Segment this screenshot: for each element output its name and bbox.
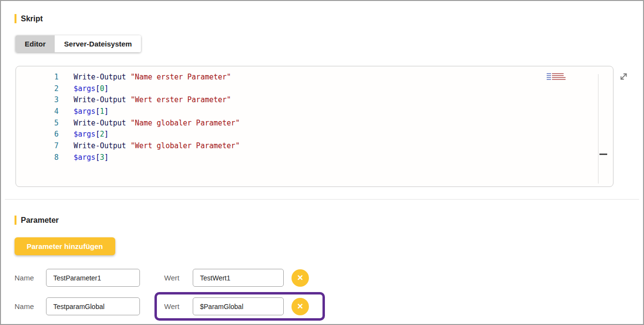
minimap-code-mark <box>547 73 551 74</box>
close-icon: ✕ <box>297 273 303 282</box>
code-line: 4$args[1] <box>16 106 613 118</box>
tab-editor[interactable]: Editor <box>15 35 55 52</box>
parameter-row: NameWert✕ <box>15 292 643 321</box>
minimap-row <box>547 77 566 78</box>
parameter-value-input[interactable] <box>193 269 284 287</box>
minimap-code-mark <box>547 77 551 78</box>
accent-bar <box>15 14 16 23</box>
line-number: 1 <box>16 72 59 83</box>
code-line: 3Write-Output "Wert erster Parameter" <box>16 94 613 106</box>
code-line: 5Write-Output "Name globaler Parameter" <box>16 118 613 129</box>
parameter-section-title: Parameter <box>21 216 59 225</box>
code-line: 1Write-Output "Name erster Parameter" <box>16 72 613 83</box>
parameter-name-input[interactable] <box>46 297 140 315</box>
code-token-number: 1 <box>100 107 104 116</box>
code-lines: 1Write-Output "Name erster Parameter"2$a… <box>16 72 613 164</box>
code-token-cmdlet: Write-Output <box>74 141 130 150</box>
line-number: 5 <box>16 118 59 129</box>
minimap-string-mark <box>552 77 566 78</box>
code-token-bracket: ] <box>104 107 108 116</box>
code-text: $args[2] <box>74 130 108 139</box>
code-token-variable: $args <box>74 84 95 93</box>
wert-label: Wert <box>164 302 184 310</box>
code-text: Write-Output "Wert globaler Parameter" <box>74 141 240 150</box>
code-token-bracket: [ <box>95 153 100 162</box>
scrollbar-handle[interactable] <box>599 154 607 155</box>
close-icon: ✕ <box>297 302 303 311</box>
remove-parameter-button[interactable]: ✕ <box>291 298 309 315</box>
code-token-variable: $args <box>74 107 95 116</box>
minimap-row <box>547 75 566 76</box>
section-divider <box>5 199 639 200</box>
code-token-bracket: ] <box>104 130 108 139</box>
code-text: $args[1] <box>74 107 108 116</box>
parameter-row: NameWert✕ <box>15 263 643 292</box>
minimap-code-mark <box>547 75 551 76</box>
code-token-variable: $args <box>74 153 95 162</box>
code-token-number: 3 <box>100 153 104 162</box>
code-line: 6$args[2] <box>16 129 613 140</box>
line-number: 7 <box>16 140 59 152</box>
remove-parameter-button[interactable]: ✕ <box>291 269 309 287</box>
code-token-number: 0 <box>100 84 104 93</box>
code-token-cmdlet: Write-Output <box>74 73 130 81</box>
code-token-bracket: [ <box>95 130 100 139</box>
parameter-value-input[interactable] <box>193 297 284 315</box>
wert-group: Wert✕ <box>154 263 325 292</box>
expand-editor-button[interactable] <box>619 72 629 83</box>
line-number: 6 <box>16 129 59 140</box>
parameter-name-input[interactable] <box>46 269 140 287</box>
add-parameter-button[interactable]: Parameter hinzufügen <box>15 237 115 255</box>
minimap-string-mark <box>552 75 564 76</box>
tab-server-dateisystem[interactable]: Server-Dateisystem <box>55 35 141 52</box>
code-token-bracket: [ <box>95 107 100 116</box>
code-token-bracket: ] <box>104 84 108 93</box>
script-section-header: Skript <box>15 14 643 23</box>
script-section-title: Skript <box>21 15 43 23</box>
code-text: Write-Output "Name erster Parameter" <box>74 73 231 81</box>
code-token-cmdlet: Write-Output <box>74 119 130 127</box>
line-number: 3 <box>16 94 59 106</box>
expand-icon <box>619 76 629 83</box>
minimap-row <box>547 73 566 74</box>
minimap-string-mark <box>552 79 566 80</box>
code-line: 8$args[3] <box>16 152 613 164</box>
code-line: 7Write-Output "Wert globaler Parameter" <box>16 140 613 152</box>
code-token-string: "Name erster Parameter" <box>130 73 231 81</box>
wert-label: Wert <box>164 274 184 282</box>
line-number: 8 <box>16 152 59 164</box>
code-token-string: "Wert erster Parameter" <box>130 95 231 104</box>
editor-row: 1Write-Output "Name erster Parameter"2$a… <box>15 66 643 187</box>
code-token-cmdlet: Write-Output <box>74 95 130 104</box>
code-text: $args[3] <box>74 153 108 162</box>
code-token-bracket: [ <box>95 84 100 93</box>
line-number: 4 <box>16 106 59 118</box>
code-token-number: 2 <box>100 130 104 139</box>
name-label: Name <box>15 302 38 310</box>
code-token-bracket: ] <box>104 153 108 162</box>
parameter-section-header: Parameter <box>15 216 643 225</box>
code-text: Write-Output "Wert erster Parameter" <box>74 95 231 104</box>
code-token-string: "Name globaler Parameter" <box>130 119 240 127</box>
overview-ruler <box>598 74 598 184</box>
accent-bar <box>15 216 16 225</box>
code-token-string: "Wert globaler Parameter" <box>130 141 240 150</box>
minimap-string-mark <box>552 73 564 74</box>
minimap-row <box>547 79 566 80</box>
code-text: $args[0] <box>74 84 108 93</box>
script-source-tabs: Editor Server-Dateisystem <box>15 35 141 52</box>
line-number: 2 <box>16 83 59 95</box>
minimap-code-mark <box>547 79 551 80</box>
code-text: Write-Output "Name globaler Parameter" <box>74 119 240 127</box>
minimap[interactable] <box>547 73 566 80</box>
code-line: 2$args[0] <box>16 83 613 95</box>
name-label: Name <box>15 274 38 282</box>
code-token-variable: $args <box>74 130 95 139</box>
code-editor[interactable]: 1Write-Output "Name erster Parameter"2$a… <box>15 66 613 187</box>
script-task-panel: Skript Editor Server-Dateisystem 1Write-… <box>0 0 644 325</box>
parameter-rows: NameWert✕NameWert✕ <box>15 263 643 321</box>
wert-group-highlighted: Wert✕ <box>154 292 325 321</box>
